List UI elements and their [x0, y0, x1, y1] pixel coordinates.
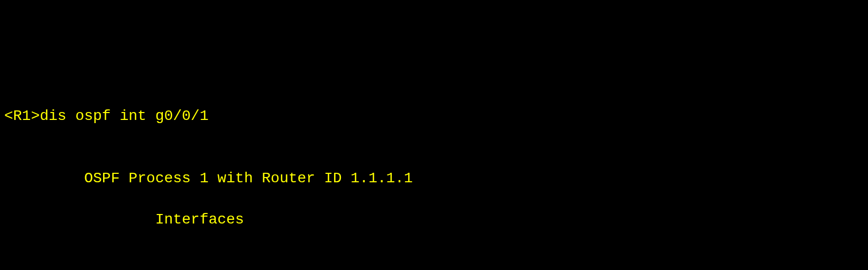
terminal-output: <R1>dis ospf int g0/0/1 OSPF Process 1 w… — [4, 85, 864, 270]
prompt: <R1> — [4, 108, 40, 124]
command-line: <R1>dis ospf int g0/0/1 — [4, 106, 864, 126]
ospf-subheader: Interfaces — [4, 209, 864, 230]
command-text: dis ospf int g0/0/1 — [40, 108, 208, 124]
ospf-header: OSPF Process 1 with Router ID 1.1.1.1 — [4, 168, 864, 189]
